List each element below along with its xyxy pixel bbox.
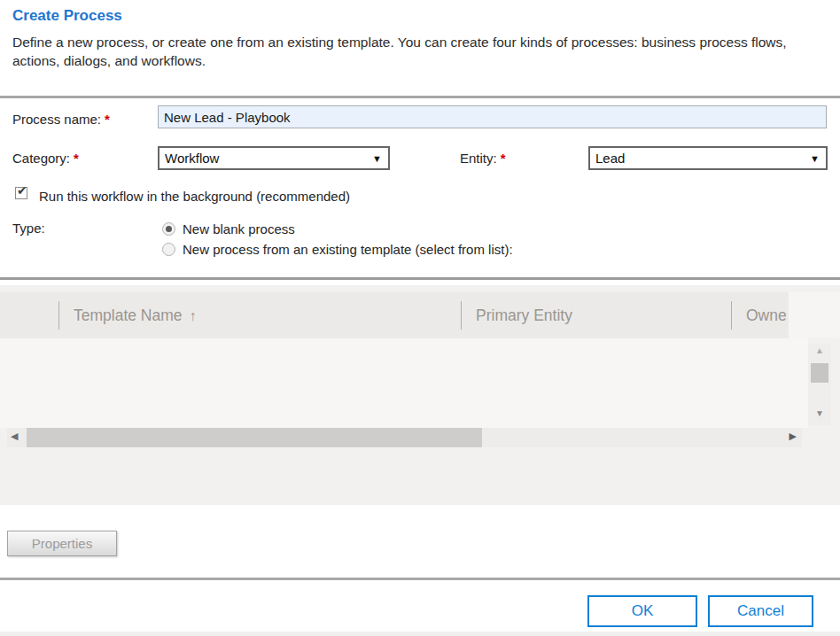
divider-bottom <box>0 578 840 580</box>
vertical-scrollbar-thumb[interactable] <box>811 363 828 383</box>
cancel-button[interactable]: Cancel <box>708 595 813 627</box>
scroll-up-icon[interactable]: ▲ <box>808 345 831 355</box>
column-header-owner[interactable]: Owne <box>731 301 789 330</box>
chevron-down-icon: ▼ <box>372 153 382 164</box>
radio-new-from-template-label: New process from an existing template (s… <box>183 242 513 257</box>
chevron-down-icon: ▼ <box>810 153 820 164</box>
bottom-strip <box>0 632 840 636</box>
radio-new-from-template[interactable] <box>162 243 175 256</box>
vertical-scrollbar[interactable]: ▲ ▼ <box>808 344 831 425</box>
scroll-down-icon[interactable]: ▼ <box>808 408 831 418</box>
entity-label: Entity:* <box>460 151 506 166</box>
template-grid-body-empty <box>0 338 808 428</box>
template-grid: Template Name↑ Primary Entity Owne ▲ ▼ ◀… <box>0 285 840 505</box>
category-label: Category:* <box>12 151 79 166</box>
required-asterisk: * <box>74 151 79 166</box>
entity-select-value: Lead <box>595 151 625 166</box>
category-select-value: Workflow <box>165 151 219 166</box>
page-title: Create Process <box>12 7 122 25</box>
required-asterisk: * <box>501 151 506 166</box>
horizontal-scrollbar-thumb[interactable] <box>27 428 482 447</box>
divider-grid-top <box>0 277 840 280</box>
radio-new-blank-process[interactable] <box>162 222 175 236</box>
ok-button[interactable]: OK <box>587 595 697 627</box>
type-label: Type: <box>12 221 45 236</box>
radio-new-blank-process-label: New blank process <box>183 221 295 237</box>
divider-top <box>0 96 840 98</box>
column-header-template-name[interactable]: Template Name↑ <box>58 301 461 330</box>
entity-select[interactable]: Lead ▼ <box>588 146 828 170</box>
required-asterisk: * <box>105 112 110 127</box>
sort-ascending-icon: ↑ <box>190 308 197 323</box>
process-name-input[interactable] <box>158 105 827 128</box>
properties-button[interactable]: Properties <box>7 531 117 556</box>
create-process-dialog: Create Process Define a new process, or … <box>0 0 840 636</box>
category-select[interactable]: Workflow ▼ <box>158 146 390 170</box>
column-header-primary-entity[interactable]: Primary Entity <box>461 301 731 330</box>
background-checkbox-label: Run this workflow in the background (rec… <box>39 189 350 204</box>
process-name-label: Process name:* <box>12 112 110 127</box>
horizontal-scrollbar[interactable]: ◀ ▶ <box>7 428 802 447</box>
page-description: Define a new process, or create one from… <box>12 33 835 70</box>
scroll-right-icon[interactable]: ▶ <box>789 430 797 442</box>
template-grid-header-corner <box>789 292 840 338</box>
checkmark-icon: ✔ <box>17 183 27 198</box>
background-checkbox[interactable]: ✔ <box>15 187 27 199</box>
scroll-left-icon[interactable]: ◀ <box>11 430 18 442</box>
